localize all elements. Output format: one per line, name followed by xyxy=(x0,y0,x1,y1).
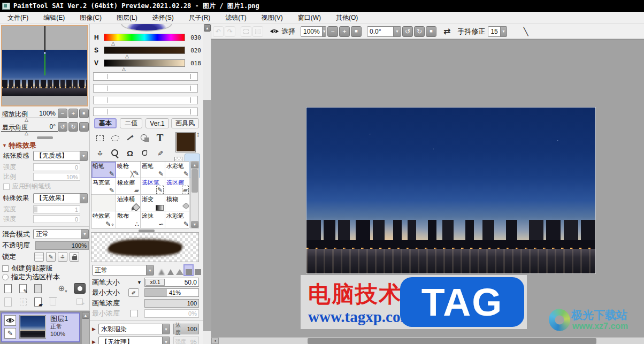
edge-effect-dropdown[interactable]: 水彩泅染 ▼ xyxy=(98,324,170,334)
panel-divider-handle[interactable] xyxy=(0,136,90,139)
lock-pixels-button[interactable]: ✎ xyxy=(46,252,56,262)
blend-mode-dropdown[interactable]: 正常 ▼ xyxy=(33,229,89,239)
saturation-slider[interactable] xyxy=(104,47,185,54)
brush-eraser[interactable]: 橡皮擦▰ xyxy=(116,178,141,195)
view-angle-slider[interactable] xyxy=(1,131,58,132)
stabilizer-dropdown[interactable]: 15 ▼ xyxy=(488,26,507,37)
brush-blur[interactable]: 模糊 xyxy=(165,195,190,211)
brush-blend-dropdown[interactable]: 正常 ▼ xyxy=(92,265,154,276)
brush-size-bar[interactable]: x0.1 50.0 xyxy=(144,278,199,287)
layer-row-selected[interactable]: ✎ 图层1 正常 100% xyxy=(1,312,80,342)
min-density-checkbox[interactable] xyxy=(131,310,138,317)
menu-ruler[interactable]: 尺子(R) xyxy=(181,12,218,24)
rotate-view-tool[interactable]: Ω xyxy=(123,146,137,160)
menu-filter[interactable]: 滤镜(T) xyxy=(218,12,254,24)
empty-slider-slot[interactable] xyxy=(93,84,198,93)
menu-select[interactable]: 选择(S) xyxy=(145,12,181,24)
min-size-bar[interactable]: 41% xyxy=(144,288,199,297)
flip-horizontal-button[interactable]: ⇄ xyxy=(442,26,452,36)
panel-scrollbar[interactable]: ▲ xyxy=(203,24,211,344)
tab-binary[interactable]: 二值 xyxy=(120,118,142,128)
horizontal-scrollbar[interactable]: ◂ xyxy=(211,337,644,344)
paper-texture-dropdown[interactable]: 【无质感】 ▼ xyxy=(33,151,88,161)
paper-strength-field[interactable]: 0 xyxy=(33,163,80,171)
brush-watercolor[interactable]: 水彩笔✎ xyxy=(165,162,190,178)
effect-width-field[interactable]: 1 xyxy=(33,205,80,213)
brush-selection-pen[interactable]: 选区笔✎ xyxy=(141,178,165,195)
value-marker[interactable]: △ xyxy=(122,66,126,72)
tab-painttool-style[interactable]: 画具风 xyxy=(171,118,199,128)
brush-texture-dropdown[interactable]: 【无纹理】 ▼ xyxy=(98,337,170,344)
menu-view[interactable]: 视图(V) xyxy=(254,12,290,24)
edge-density-chip[interactable]: 浓度 100 xyxy=(173,324,199,334)
saturation-marker[interactable]: △ xyxy=(125,53,129,59)
rotate-ccw-button[interactable]: ↺ xyxy=(58,122,67,132)
deselect-button[interactable] xyxy=(241,26,251,37)
size-scale-chip[interactable]: x0.1 xyxy=(145,279,165,286)
line-tool-icon[interactable]: ╲ xyxy=(523,27,528,36)
new-layer-button[interactable] xyxy=(2,282,14,294)
special-effect-dropdown[interactable]: 【无效果】 ▼ xyxy=(33,193,88,203)
color-wheel-partial[interactable] xyxy=(121,24,172,32)
duplicate-layer-button[interactable]: + xyxy=(74,296,86,308)
selection-source-radio[interactable] xyxy=(2,274,9,280)
hand-tool[interactable] xyxy=(138,146,152,160)
menu-file[interactable]: 文件(F) xyxy=(0,12,36,24)
special-effects-header[interactable]: ▼ 特殊效果 xyxy=(2,141,36,150)
brush-shape-triangle[interactable] xyxy=(166,265,174,275)
brush-shape-flat-selected[interactable] xyxy=(185,265,193,275)
brush-smudge[interactable]: 涂抹∽ xyxy=(141,211,165,228)
brush-marker[interactable]: 马克笔✎ xyxy=(91,178,116,195)
lasso-tool[interactable] xyxy=(108,131,122,145)
layer-thumbnail[interactable] xyxy=(19,315,46,339)
empty-slider-slot[interactable] xyxy=(93,108,198,116)
canvas-zoom-reset-button[interactable]: ■ xyxy=(351,26,362,37)
scrollbar-thumb[interactable] xyxy=(203,100,211,331)
canvas-angle-dropdown[interactable]: 0.0° ▼ xyxy=(367,26,401,37)
zoom-reset-button[interactable]: ■ xyxy=(79,109,89,118)
zoom-out-button[interactable]: − xyxy=(58,109,67,118)
rect-select-tool[interactable] xyxy=(93,131,107,145)
brush-shape-square[interactable] xyxy=(194,265,202,275)
texture-strength-chip[interactable]: 强度 95 xyxy=(173,337,199,344)
eyedropper-tool[interactable]: ✎ xyxy=(153,146,167,160)
merge-down-button[interactable]: + xyxy=(17,296,29,308)
brush-pencil[interactable]: 铅笔✎ xyxy=(91,162,116,178)
shape-tool[interactable] xyxy=(138,131,152,145)
density-bar[interactable]: 100 xyxy=(144,299,199,308)
undo-button[interactable]: ↶ xyxy=(213,26,224,37)
scrollbar-thumb[interactable] xyxy=(308,338,596,344)
angle-slider-marker[interactable]: △ xyxy=(25,131,28,136)
expand-arrow-icon[interactable]: ▶ xyxy=(92,339,96,344)
new-linework-layer-button[interactable]: ✎ xyxy=(17,282,29,294)
brush-brush[interactable]: 画笔✎ xyxy=(141,162,165,178)
empty-slider-slot[interactable] xyxy=(93,72,198,81)
text-tool[interactable]: T xyxy=(153,131,167,145)
brush-watercolor2[interactable]: 水彩笔✎ xyxy=(165,211,190,228)
brush-airbrush[interactable]: 喷枪╳✎ xyxy=(116,162,141,178)
menu-other[interactable]: 其他(O) xyxy=(328,12,365,24)
brush-shape-soft[interactable] xyxy=(157,265,165,275)
menu-window[interactable]: 窗口(W) xyxy=(290,12,328,24)
brush-bucket[interactable]: 油漆桶 xyxy=(116,195,141,211)
hue-marker[interactable]: △ xyxy=(111,41,115,46)
brush-scatter[interactable]: 散布∴ xyxy=(116,211,141,228)
tab-ver1[interactable]: Ver.1 xyxy=(145,118,169,128)
layer-paint-indicator[interactable]: ✎ xyxy=(4,328,16,339)
apply-to-pen-checkbox[interactable] xyxy=(3,184,10,190)
tab-basic[interactable]: 基本 xyxy=(94,118,117,128)
rotate-cw-button[interactable]: ↻ xyxy=(68,122,78,132)
canvas-viewport[interactable]: 电脑技术网 www.tagxp.com TAG 极光下载站 www.xz7.co… xyxy=(211,39,644,337)
layer-mask-button[interactable] xyxy=(74,282,86,294)
value-slider[interactable] xyxy=(104,59,185,67)
lock-position-button[interactable]: ↔↕ xyxy=(58,252,67,262)
lock-transparency-button[interactable] xyxy=(34,252,44,262)
magic-wand-tool[interactable]: ✦ xyxy=(123,131,137,145)
clear-layer-button[interactable]: ▰ xyxy=(32,296,44,308)
brush-empty-slot[interactable] xyxy=(91,195,116,211)
delete-layer-button[interactable] xyxy=(47,296,59,308)
size-unit-toggle[interactable]: ▼ xyxy=(137,280,142,285)
canvas-angle-reset-button[interactable]: ■ xyxy=(426,26,436,37)
empty-slider-slot[interactable] xyxy=(93,96,198,104)
canvas-zoom-in-button[interactable]: + xyxy=(339,26,350,37)
